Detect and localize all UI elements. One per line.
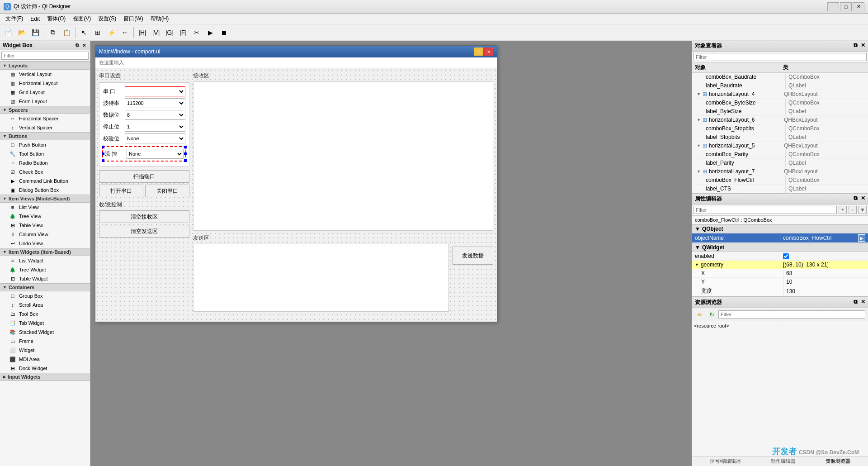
obj-row-hlayout-5[interactable]: ▼ ⊞ horizontalLayout_5 QHBoxLayout [692,142,868,150]
resource-edit-button[interactable]: ✏ [695,309,705,319]
action-editor-tab[interactable]: 动作编辑器 [771,458,796,465]
sidebar-item-command-link-button[interactable]: ▶ Command Link Button [0,176,90,185]
category-item-widgets[interactable]: ▼ Item Widgets (Item-Based) [0,248,90,256]
sidebar-item-undo-view[interactable]: ↩ Undo View [0,239,90,248]
close-button[interactable]: ✕ [853,2,864,11]
sidebar-item-widget[interactable]: ⬜ Widget [0,346,90,355]
object-inspector-filter-input[interactable] [693,53,867,61]
open-button[interactable]: 📂 [15,26,28,39]
menu-help[interactable]: 帮助(H) [147,14,173,24]
sidebar-item-check-box[interactable]: ☑ Check Box [0,167,90,176]
category-buttons[interactable]: ▼ Buttons [0,132,90,140]
layout-break-button[interactable]: ✂ [190,26,203,39]
clear-recv-button[interactable]: 清空接收区 [99,210,189,223]
preview-button[interactable]: ▶ [204,26,217,39]
minimize-button[interactable]: ─ [827,2,839,11]
flow-ctrl-select[interactable]: None [127,149,184,159]
sidebar-item-group-box[interactable]: □ Group Box [0,291,90,300]
property-editor-close[interactable]: ✕ [861,195,865,201]
stop-bits-select[interactable]: 1 [125,122,185,132]
obj-row-hlayout-6[interactable]: ▼ ⊞ horizontalLayout_6 QHBoxLayout [692,116,868,124]
obj-row-hlayout-7[interactable]: ▼ ⊞ horizontalLayout_7 QHBoxLayout [692,167,868,176]
layout-g-button[interactable]: |G| [163,26,176,39]
prop-row-enabled[interactable]: enabled [692,252,868,261]
obj-row-combobox-baudrate[interactable]: comboBox_Baudrate QComboBox [692,73,868,81]
new-button[interactable]: 📄 [2,26,14,39]
resource-refresh-button[interactable]: ↻ [707,309,717,319]
signal-slot-editor-tab[interactable]: 信号/槽编辑器 [710,458,741,465]
sidebar-item-scroll-area[interactable]: ↕ Scroll Area [0,300,90,309]
obj-row-label-cts[interactable]: label_CTS QLabel [692,185,868,193]
category-input-widgets[interactable]: ▶ Input Widgets [0,373,90,381]
prop-expand-geometry[interactable]: ▼ [695,262,699,267]
category-containers[interactable]: ▼ Containers [0,283,90,291]
designer-minimize-button[interactable]: ─ [474,48,483,56]
obj-row-label-parity[interactable]: label_Parity QLabel [692,159,868,167]
sidebar-item-tree-widget[interactable]: 🌲 Tree Widget [0,265,90,274]
receive-box[interactable] [193,81,493,231]
clear-send-button[interactable]: 清空发送区 [99,225,189,238]
resource-filter-input[interactable] [718,310,865,319]
sidebar-item-horizontal-layout[interactable]: ▥ Horizontal Layout [0,79,90,88]
parity-select[interactable]: None [125,133,185,143]
obj-row-combobox-parity[interactable]: comboBox_Parity QComboBox [692,150,868,159]
property-add-button[interactable]: + [839,206,847,214]
sidebar-item-stacked-widget[interactable]: 📚 Stacked Widget [0,328,90,337]
signal-slot-button[interactable]: ⚡ [105,26,118,39]
designer-close-button[interactable]: ✕ [484,48,493,56]
pointer-button[interactable]: ↖ [78,26,90,39]
paste-button[interactable]: 📋 [60,26,73,39]
sidebar-item-list-view[interactable]: ≡ List View [0,203,90,212]
obj-row-combobox-flowctrl[interactable]: comboBox_FlowCtrl QComboBox [692,176,868,185]
obj-row-combobox-stopbits[interactable]: comboBox_Stopbits QComboBox [692,124,868,133]
prop-row-x[interactable]: X 68 [692,269,868,278]
layout-v-button[interactable]: |V| [150,26,162,39]
sidebar-item-vertical-layout[interactable]: ▤ Vertical Layout [0,70,90,79]
widget-box-close[interactable]: ✕ [81,42,87,48]
sidebar-item-grid-layout[interactable]: ▦ Grid Layout [0,88,90,97]
object-inspector-close[interactable]: ✕ [861,42,865,48]
property-filter-input[interactable] [693,206,837,214]
resource-browser-float[interactable]: ⧉ [854,299,858,305]
prop-enabled-checkbox[interactable] [783,253,789,259]
widget-box-filter-input[interactable] [1,52,89,60]
buddy-button[interactable]: ↔ [118,26,131,39]
designer-canvas[interactable]: 串口设置 串 口 波特率 115200 [95,68,497,322]
sidebar-item-table-view[interactable]: ⊞ Table View [0,221,90,230]
obj-row-label-bytesize[interactable]: label_ByteSize QLabel [692,107,868,116]
stop-button[interactable]: ⏹ [217,26,230,39]
category-item-views[interactable]: ▼ Item Views (Model-Based) [0,195,90,203]
category-spacers[interactable]: ▼ Spacers [0,106,90,114]
menu-form[interactable]: 窗体(O) [43,14,69,24]
category-layouts[interactable]: ▼ Layouts [0,62,90,70]
obj-row-label-stopbits[interactable]: label_Stopbits QLabel [692,133,868,142]
sidebar-item-tool-button[interactable]: 🔧 Tool Button [0,149,90,158]
sidebar-item-frame[interactable]: ▭ Frame [0,337,90,346]
prop-edit-objectname-button[interactable]: ▶ [858,234,865,242]
object-inspector-float[interactable]: ⧉ [854,42,858,48]
sidebar-item-tab-widget[interactable]: 📑 Tab Widget [0,319,90,328]
scan-port-button[interactable]: 扫描端口 [99,170,189,183]
obj-row-combobox-bytesize[interactable]: comboBox_ByteSize QComboBox [692,99,868,107]
sidebar-item-dialog-button-box[interactable]: ▣ Dialog Button Box [0,185,90,195]
baud-rate-select[interactable]: 115200 [125,98,185,108]
menu-file[interactable]: 文件(F) [2,14,27,24]
send-box[interactable] [193,244,449,312]
sidebar-item-mdi-area[interactable]: ⬛ MDI Area [0,355,90,364]
prop-row-width[interactable]: 宽度 130 [692,286,868,296]
resource-root-item[interactable]: <resource root> [694,323,778,328]
sidebar-item-list-widget[interactable]: ≡ List Widget [0,256,90,265]
save-button[interactable]: 💾 [29,26,42,39]
send-data-button[interactable]: 发送数据 [453,247,493,265]
menu-view[interactable]: 视图(V) [69,14,94,24]
layout-f-button[interactable]: |F| [177,26,189,39]
sidebar-item-column-view[interactable]: ⦀ Column View [0,230,90,239]
sidebar-item-push-button[interactable]: □ Push Button [0,140,90,149]
resource-browser-tab[interactable]: 资源浏览器 [826,458,850,465]
open-port-button[interactable]: 打开串口 [99,185,143,197]
sidebar-item-dock-widget[interactable]: ⊟ Dock Widget [0,364,90,373]
obj-row-hlayout-4[interactable]: ▼ ⊞ horizontalLayout_4 QHBoxLayout [692,90,868,99]
property-config-button[interactable]: ▼ [859,206,867,214]
menu-settings[interactable]: 设置(S) [94,14,120,24]
property-remove-button[interactable]: − [849,206,857,214]
